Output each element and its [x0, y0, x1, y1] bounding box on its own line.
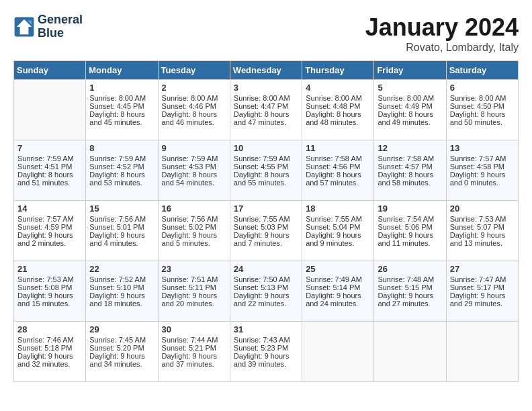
day-info: Sunset: 5:23 PM — [234, 344, 298, 352]
day-number: 18 — [306, 203, 370, 214]
day-info: Sunset: 5:04 PM — [306, 223, 370, 231]
day-number: 6 — [450, 83, 515, 93]
day-number: 14 — [17, 203, 82, 214]
calendar-cell: 12Sunrise: 7:58 AMSunset: 4:57 PMDayligh… — [374, 140, 446, 201]
day-info: Sunrise: 7:43 AM — [234, 336, 298, 344]
day-info: Sunrise: 7:53 AM — [17, 275, 82, 283]
day-info: Sunset: 4:50 PM — [450, 102, 515, 110]
day-number: 26 — [378, 264, 442, 274]
day-info: Sunrise: 7:58 AM — [378, 154, 442, 163]
day-number: 5 — [378, 83, 442, 93]
day-number: 24 — [234, 264, 298, 274]
day-info: Daylight: 9 hours — [378, 291, 442, 300]
weekday-header: Wednesday — [230, 61, 302, 80]
day-info: Daylight: 9 hours — [234, 352, 298, 360]
day-info: Sunset: 5:10 PM — [89, 283, 154, 291]
day-info: Sunset: 5:18 PM — [17, 344, 82, 352]
day-info: Sunset: 4:53 PM — [162, 163, 226, 171]
day-info: Sunrise: 7:59 AM — [162, 154, 226, 163]
day-info: and 45 minutes. — [89, 118, 154, 126]
day-info: and 39 minutes. — [234, 360, 298, 368]
day-info: Sunrise: 7:52 AM — [89, 275, 154, 283]
day-number: 19 — [378, 203, 442, 214]
day-info: and 2 minutes. — [17, 239, 82, 247]
calendar-cell: 8Sunrise: 7:59 AMSunset: 4:52 PMDaylight… — [86, 140, 158, 201]
day-info: Sunrise: 7:55 AM — [306, 215, 370, 223]
calendar-cell: 9Sunrise: 7:59 AMSunset: 4:53 PMDaylight… — [158, 140, 230, 201]
calendar-cell: 30Sunrise: 7:44 AMSunset: 5:21 PMDayligh… — [158, 322, 230, 382]
logo-line2: Blue — [38, 27, 83, 40]
day-info: Daylight: 8 hours — [306, 171, 370, 179]
day-info: Sunset: 5:17 PM — [450, 283, 515, 291]
day-info: and 24 minutes. — [306, 300, 370, 308]
day-number: 3 — [234, 83, 298, 93]
calendar-cell: 14Sunrise: 7:57 AMSunset: 4:59 PMDayligh… — [14, 201, 86, 261]
day-number: 21 — [17, 264, 82, 274]
day-info: Daylight: 8 hours — [162, 171, 226, 179]
day-number: 1 — [89, 83, 154, 93]
day-info: and 29 minutes. — [450, 300, 515, 308]
day-info: Daylight: 8 hours — [162, 110, 226, 118]
day-number: 25 — [306, 264, 370, 274]
day-info: Daylight: 8 hours — [234, 171, 298, 179]
day-info: Daylight: 9 hours — [378, 231, 442, 239]
calendar-cell: 28Sunrise: 7:46 AMSunset: 5:18 PMDayligh… — [14, 322, 86, 382]
calendar-week-row: 1Sunrise: 8:00 AMSunset: 4:45 PMDaylight… — [14, 80, 519, 140]
calendar-cell: 16Sunrise: 7:56 AMSunset: 5:02 PMDayligh… — [158, 201, 230, 261]
day-info: Sunset: 5:03 PM — [234, 223, 298, 231]
day-info: Sunset: 4:58 PM — [450, 163, 515, 171]
day-info: Sunset: 5:11 PM — [162, 283, 226, 291]
calendar-cell: 19Sunrise: 7:54 AMSunset: 5:06 PMDayligh… — [374, 201, 446, 261]
day-info: Daylight: 9 hours — [450, 291, 515, 300]
day-info: Sunrise: 8:00 AM — [306, 94, 370, 102]
day-info: Sunrise: 7:59 AM — [89, 154, 154, 163]
day-info: Sunrise: 7:56 AM — [89, 215, 154, 223]
day-info: Daylight: 9 hours — [450, 231, 515, 239]
calendar-cell: 7Sunrise: 7:59 AMSunset: 4:51 PMDaylight… — [14, 140, 86, 201]
weekday-header: Tuesday — [158, 61, 230, 80]
calendar-table: SundayMondayTuesdayWednesdayThursdayFrid… — [13, 60, 519, 382]
weekday-header-row: SundayMondayTuesdayWednesdayThursdayFrid… — [14, 61, 519, 80]
day-info: Daylight: 9 hours — [17, 291, 82, 300]
calendar-cell: 29Sunrise: 7:45 AMSunset: 5:20 PMDayligh… — [86, 322, 158, 382]
day-info: Sunrise: 7:55 AM — [234, 215, 298, 223]
day-info: Sunset: 5:07 PM — [450, 223, 515, 231]
day-info: Sunset: 4:45 PM — [89, 102, 154, 110]
calendar-cell: 10Sunrise: 7:59 AMSunset: 4:55 PMDayligh… — [230, 140, 302, 201]
day-info: Sunset: 4:52 PM — [89, 163, 154, 171]
day-info: Daylight: 8 hours — [234, 110, 298, 118]
day-info: Sunrise: 7:56 AM — [162, 215, 226, 223]
day-info: and 58 minutes. — [378, 179, 442, 187]
day-number: 4 — [306, 83, 370, 93]
day-number: 11 — [306, 143, 370, 153]
day-info: and 49 minutes. — [378, 118, 442, 126]
calendar-cell: 21Sunrise: 7:53 AMSunset: 5:08 PMDayligh… — [14, 261, 86, 322]
calendar-cell: 18Sunrise: 7:55 AMSunset: 5:04 PMDayligh… — [302, 201, 374, 261]
day-info: and 5 minutes. — [162, 239, 226, 247]
day-info: Sunset: 4:57 PM — [378, 163, 442, 171]
location-title: Rovato, Lombardy, Italy — [365, 42, 519, 54]
day-number: 22 — [89, 264, 154, 274]
day-info: Daylight: 9 hours — [306, 291, 370, 300]
day-info: Daylight: 9 hours — [89, 352, 154, 360]
day-number: 28 — [17, 324, 82, 334]
day-info: Sunrise: 7:57 AM — [450, 154, 515, 163]
calendar-cell: 17Sunrise: 7:55 AMSunset: 5:03 PMDayligh… — [230, 201, 302, 261]
day-info: and 57 minutes. — [306, 179, 370, 187]
calendar-week-row: 14Sunrise: 7:57 AMSunset: 4:59 PMDayligh… — [14, 201, 519, 261]
day-info: Sunrise: 7:44 AM — [162, 336, 226, 344]
day-info: and 47 minutes. — [234, 118, 298, 126]
day-info: Sunrise: 7:46 AM — [17, 336, 82, 344]
day-info: and 0 minutes. — [450, 179, 515, 187]
day-number: 23 — [162, 264, 226, 274]
day-info: Daylight: 8 hours — [17, 171, 82, 179]
weekday-header: Saturday — [446, 61, 518, 80]
day-number: 2 — [162, 83, 226, 93]
day-number: 17 — [234, 203, 298, 214]
day-info: Sunset: 5:08 PM — [17, 283, 82, 291]
day-number: 15 — [89, 203, 154, 214]
calendar-cell: 22Sunrise: 7:52 AMSunset: 5:10 PMDayligh… — [86, 261, 158, 322]
month-title: January 2024 — [365, 13, 519, 42]
day-info: Sunset: 5:20 PM — [89, 344, 154, 352]
weekday-header: Monday — [86, 61, 158, 80]
